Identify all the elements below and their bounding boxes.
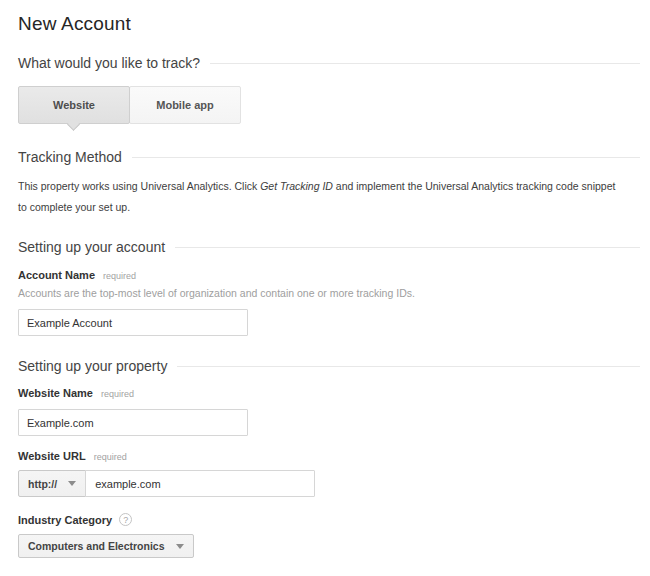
chevron-down-icon — [176, 544, 184, 549]
tab-mobile-app-label: Mobile app — [156, 99, 213, 111]
industry-category-label: Industry Category ? — [18, 513, 640, 526]
tracking-method-description: This property works using Universal Anal… — [18, 176, 640, 218]
website-name-input[interactable] — [18, 409, 248, 436]
tab-mobile-app[interactable]: Mobile app — [129, 86, 241, 124]
description-text: to complete your set up. — [18, 201, 130, 213]
section-rule — [175, 247, 640, 248]
tab-website-label: Website — [53, 99, 95, 111]
help-icon[interactable]: ? — [119, 513, 132, 526]
required-badge: required — [94, 452, 127, 462]
protocol-dropdown-value: http:// — [28, 478, 57, 490]
section-rule — [132, 157, 640, 158]
tracking-method-heading: Tracking Method — [18, 149, 640, 165]
website-url-label-text: Website URL — [18, 450, 86, 462]
website-name-label-text: Website Name — [18, 387, 93, 399]
industry-category-label-text: Industry Category — [18, 514, 112, 526]
new-account-page: New Account What would you like to track… — [0, 0, 650, 576]
tracking-method-heading-label: Tracking Method — [18, 149, 122, 165]
section-rule — [210, 63, 640, 64]
page-title: New Account — [18, 13, 640, 35]
description-text: This property works using Universal Anal… — [18, 180, 260, 192]
account-name-label-text: Account Name — [18, 269, 95, 281]
chevron-down-icon — [68, 481, 76, 486]
account-name-help-text: Accounts are the top-most level of organ… — [18, 287, 640, 299]
account-name-input[interactable] — [18, 309, 248, 336]
section-rule — [177, 366, 640, 367]
track-type-tabs: Website Mobile app — [18, 86, 640, 124]
industry-category-dropdown[interactable]: Computers and Electronics — [18, 534, 194, 558]
required-badge: required — [101, 389, 134, 399]
protocol-dropdown[interactable]: http:// — [18, 470, 86, 497]
active-tab-pointer-icon — [67, 118, 80, 131]
account-section-heading: Setting up your account — [18, 239, 640, 255]
website-url-label: Website URL required — [18, 450, 640, 462]
tab-website[interactable]: Website — [18, 86, 130, 124]
description-italic-text: Get Tracking ID — [260, 180, 333, 192]
account-section-heading-label: Setting up your account — [18, 239, 165, 255]
website-url-input[interactable] — [85, 470, 315, 497]
account-name-label: Account Name required — [18, 269, 640, 281]
property-section-heading-label: Setting up your property — [18, 358, 167, 374]
website-name-label: Website Name required — [18, 387, 640, 399]
property-section-heading: Setting up your property — [18, 358, 640, 374]
track-section-heading-label: What would you like to track? — [18, 55, 200, 71]
website-url-row: http:// — [18, 470, 640, 497]
required-badge: required — [103, 271, 136, 281]
industry-category-dropdown-value: Computers and Electronics — [28, 540, 165, 552]
description-text: and implement the Universal Analytics tr… — [333, 180, 615, 192]
track-section-heading: What would you like to track? — [18, 55, 640, 71]
